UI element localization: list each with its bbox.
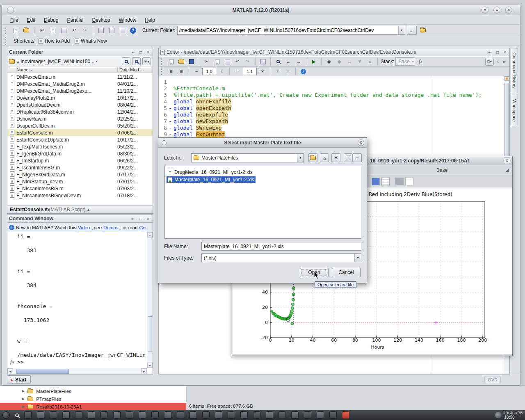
current-folder-input[interactable] [178, 27, 398, 33]
cell-options-icon[interactable]: ≡ [177, 67, 186, 76]
horizontal-scrollbar[interactable]: ◀ ▶ [7, 368, 147, 374]
taskbar-app-icon[interactable] [37, 411, 44, 419]
code-line[interactable]: 9-global ExpOutmat [159, 131, 504, 138]
copy-icon[interactable] [212, 57, 221, 66]
file-row[interactable]: DReplicate96to384conv.m12/04/2... [7, 108, 153, 115]
code-line[interactable]: 2%EstartConsole.m [159, 85, 504, 92]
taskbar-app-icon[interactable] [304, 411, 311, 419]
file-row[interactable]: F_NIscanIntensBG.m07/03/2... [7, 185, 153, 192]
split-screen-icon[interactable]: × [495, 59, 501, 64]
browse-folder-button[interactable]: ... [407, 26, 417, 35]
menu-item-edit[interactable]: Edit [27, 17, 35, 23]
chevron-down-icon[interactable]: ▾ [297, 154, 304, 162]
step-in-icon[interactable]: ▼ [355, 57, 364, 66]
window-menu-button[interactable] [7, 7, 14, 14]
scrollbar-thumb[interactable] [16, 369, 69, 374]
menu-item-file[interactable]: File [10, 17, 18, 23]
taskbar-app-icon[interactable] [291, 411, 299, 419]
copy-icon[interactable] [48, 26, 57, 35]
new-folder-button[interactable]: ✱ [331, 153, 340, 162]
shortcut-item[interactable]: What's New [75, 38, 107, 44]
undo-icon[interactable]: ↶ [233, 57, 242, 66]
close-button[interactable]: × [505, 7, 512, 14]
cut-icon[interactable]: ✂ [202, 57, 211, 66]
breadcrumb-text[interactable]: « InovImager_jwrCF_WINLinx150... [16, 59, 94, 64]
code-line[interactable]: 6-global newExpfile [159, 112, 504, 118]
paste-icon[interactable] [223, 57, 232, 66]
open-script-icon[interactable] [177, 57, 186, 66]
file-row[interactable]: DMPexcel2mat.m11/11/2... [7, 73, 153, 80]
close-panel-icon[interactable]: × [145, 217, 151, 221]
collapse-details-icon[interactable]: ▴ [85, 207, 91, 212]
taskbar-app-icon[interactable] [215, 411, 222, 419]
redo-icon[interactable]: ↷ [243, 57, 252, 66]
print-icon[interactable] [258, 57, 267, 66]
demos-link[interactable]: Demos [103, 225, 118, 230]
command-prompt[interactable]: >> [17, 358, 24, 365]
profiler-icon[interactable] [118, 26, 127, 35]
insert-cell-icon[interactable]: ≡ [167, 67, 176, 76]
file-row[interactable]: DsuperCellDev.m05/20/2... [7, 122, 153, 129]
taskbar-app-icon[interactable] [164, 411, 171, 419]
up-one-level-button[interactable] [308, 153, 317, 162]
video-link[interactable]: Video [78, 225, 90, 230]
dialog-file-row[interactable]: DrugMedia_16_0921_MI_yor1-2.xls [165, 169, 361, 176]
breadcrumb-caret-icon[interactable]: ▸ [96, 60, 98, 63]
figure-base-label[interactable]: Base [436, 167, 447, 173]
paste-icon[interactable] [59, 26, 68, 35]
cut-icon[interactable]: ✂ [38, 26, 47, 35]
file-row[interactable]: EstartConsole10plate.m10/17/2... [7, 136, 153, 143]
taskbar-app-icon[interactable] [266, 411, 273, 419]
open-file-icon[interactable] [22, 26, 31, 35]
code-line[interactable]: 1 [159, 79, 504, 85]
figure-tool-icon[interactable] [381, 178, 390, 185]
maximize-button[interactable]: ▴ [493, 7, 500, 14]
divide-icon[interactable]: ÷ [233, 67, 242, 76]
back-icon[interactable]: ← [284, 57, 293, 66]
taskbar-app-icon[interactable] [126, 411, 133, 419]
file-row[interactable]: F_NIscanIntensBGnewDev.m07/18/2... [7, 192, 153, 199]
column-date[interactable]: Date Mod... [117, 67, 153, 72]
start-button[interactable]: ▲ Start [7, 375, 31, 384]
taskbar-app-icon[interactable] [317, 411, 324, 419]
maximize-panel-icon[interactable]: □ [495, 50, 500, 55]
maximize-panel-icon[interactable]: □ [138, 217, 144, 221]
set-breakpoint-icon[interactable]: ◆ [324, 57, 333, 66]
shortcut-item[interactable]: How to Add [39, 38, 70, 44]
value-field-2[interactable] [243, 68, 257, 75]
file-row[interactable]: F_ImStartup.m06/26/2... [7, 157, 153, 164]
forward-icon[interactable]: → [294, 57, 303, 66]
actions-button[interactable]: ✳▾ [142, 57, 151, 65]
help-icon[interactable]: ? [128, 26, 137, 35]
path-dropdown-icon[interactable]: ▾ [398, 26, 405, 34]
active-window-icon[interactable] [342, 411, 349, 419]
up-folder-icon[interactable] [418, 26, 427, 35]
resize-corner-icon[interactable]: ◢ [506, 167, 509, 173]
taskbar-app-icon[interactable] [329, 411, 337, 419]
toolbar-grip[interactable] [161, 68, 163, 75]
command-window-body[interactable]: ii = 383 ii = 384 fhconsole = 173.1062 w… [7, 232, 147, 368]
taskbar-app-icon[interactable] [240, 411, 248, 419]
cancel-button[interactable]: Cancel [332, 268, 361, 277]
file-row[interactable]: DMPexcel2mat_MediaDrug2exp...11/10/2... [7, 87, 153, 94]
dialog-close-icon[interactable]: × [358, 139, 364, 146]
file-row[interactable]: EstartConsole.m07/06/2... [7, 129, 153, 136]
stack-combobox[interactable]: Base ▾ [395, 57, 415, 66]
fx-icon[interactable]: fx [7, 359, 17, 365]
code-line[interactable]: 3%[file,path] = uiputfile('.mat','Create… [159, 92, 504, 98]
file-name-input[interactable] [201, 242, 361, 251]
undo-icon[interactable]: ↶ [70, 26, 79, 35]
toolbar-grip[interactable] [5, 37, 7, 45]
figure-tool-icon[interactable] [395, 178, 404, 185]
file-row[interactable]: F_NImStartup_dev.m07/01/2... [7, 178, 153, 185]
code-analyzer-indicator[interactable] [504, 76, 509, 81]
undock-icon[interactable]: ⇤ [130, 217, 136, 221]
vertical-scrollbar[interactable]: ▲ ▼ [147, 232, 153, 368]
menu-item-debug[interactable]: Debug [44, 17, 58, 23]
increase-indent-icon[interactable]: + [217, 67, 226, 76]
scroll-up-icon[interactable]: ▲ [147, 232, 153, 237]
look-in-combobox[interactable]: MasterPlateFiles ▾ [191, 153, 304, 162]
new-file-icon[interactable] [11, 26, 20, 35]
taskbar-app-icon[interactable] [177, 411, 184, 419]
file-row[interactable]: DoverlayPlots2.m10/17/2... [7, 94, 153, 101]
